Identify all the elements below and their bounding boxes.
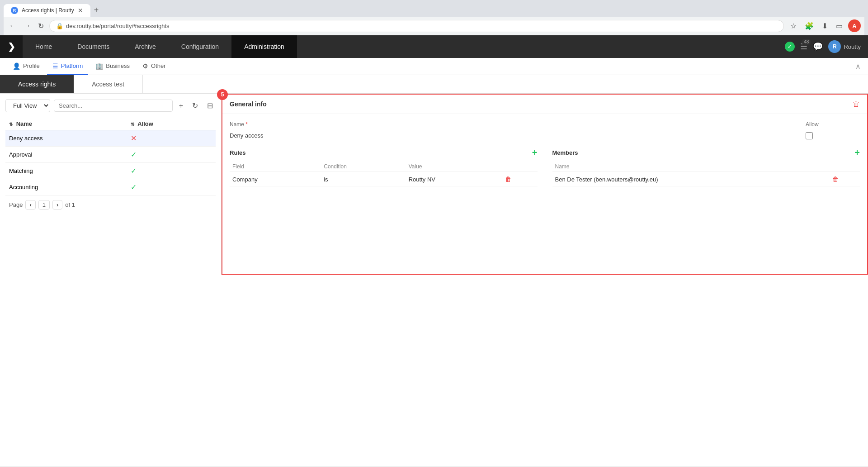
- member-name: Ben De Tester (ben.wouters@routty.eu): [552, 172, 830, 187]
- extensions-button[interactable]: 🧩: [802, 20, 816, 32]
- chat-button[interactable]: 💬: [813, 42, 823, 52]
- nav-user[interactable]: R Routty: [828, 40, 861, 53]
- name-label: Name *: [230, 121, 797, 128]
- page-label: Page: [9, 201, 23, 208]
- nav-item-documents[interactable]: Documents: [65, 35, 122, 58]
- nav-logo[interactable]: ❯: [0, 35, 23, 58]
- tab-access-test[interactable]: Access test: [74, 75, 143, 93]
- search-input[interactable]: [54, 100, 173, 112]
- bookmark-button[interactable]: ☆: [788, 20, 799, 32]
- filter-button[interactable]: ⊟: [204, 100, 216, 112]
- prev-page-button[interactable]: ‹: [25, 200, 35, 210]
- sub-nav-collapse-button[interactable]: ∧: [855, 62, 861, 71]
- allow-label: Allow: [806, 121, 860, 128]
- members-table: Name Ben De Tester (ben.wouters@routty.e…: [552, 162, 860, 187]
- nav-item-administration[interactable]: Administration: [231, 35, 297, 58]
- member-delete-button[interactable]: 🗑: [832, 176, 839, 183]
- app: ❯ Home Documents Archive Configuration A…: [0, 35, 868, 466]
- allow-checkbox-wrapper: [806, 129, 860, 142]
- nav-items: Home Documents Archive Configuration Adm…: [23, 35, 778, 58]
- col-header-allow[interactable]: ⇅ Allow: [127, 118, 216, 130]
- col-header-name[interactable]: ⇅ Name: [5, 118, 127, 130]
- sub-nav-label-other: Other: [151, 62, 166, 69]
- table-row[interactable]: Accounting ✓: [5, 179, 216, 195]
- row-name: Accounting: [5, 179, 127, 195]
- sub-nav-item-business[interactable]: 🏢 Business: [90, 58, 135, 75]
- sub-nav-item-platform[interactable]: ☰ Platform: [47, 58, 88, 75]
- content: Access rights Access test Full View + ↻ …: [0, 75, 868, 275]
- business-icon: 🏢: [95, 62, 103, 70]
- rules-header: Rules +: [230, 148, 538, 158]
- sort-allow-icon: ⇅: [131, 122, 134, 127]
- tab-close-button[interactable]: ✕: [78, 7, 83, 14]
- other-icon: ⚙: [142, 62, 148, 70]
- list-item: Company is Routty NV 🗑: [230, 172, 538, 187]
- notifications-button[interactable]: ☰ 48: [800, 42, 807, 52]
- left-toolbar: Full View + ↻ ⊟: [5, 99, 216, 112]
- profile-avatar-button[interactable]: A: [848, 19, 861, 32]
- panel-delete-button[interactable]: 🗑: [853, 100, 860, 108]
- rule-value: Routty NV: [406, 172, 502, 187]
- row-name: Deny access: [5, 130, 127, 147]
- add-rule-button[interactable]: +: [176, 100, 186, 112]
- nav-right: ✓ ☰ 48 💬 R Routty: [778, 40, 868, 53]
- rules-col-actions: [502, 162, 538, 172]
- refresh-button[interactable]: ↻: [36, 20, 46, 32]
- user-avatar: R: [828, 40, 841, 53]
- allow-check-icon: ✓: [131, 183, 137, 191]
- sub-nav-label-business: Business: [106, 62, 130, 69]
- browser-chrome: R Access rights | Routty ✕ + ← → ↻ 🔒 dev…: [0, 0, 868, 35]
- table-row[interactable]: Deny access ✕: [5, 130, 216, 147]
- view-select[interactable]: Full View: [5, 99, 50, 112]
- browser-actions: ☆ 🧩 ⬇ ▭ A: [788, 19, 861, 32]
- allow-check-icon: ✓: [131, 151, 137, 158]
- allow-check-icon: ✓: [131, 167, 137, 175]
- member-delete-cell: 🗑: [830, 172, 860, 187]
- row-name: Matching: [5, 163, 127, 179]
- browser-toolbar: ← → ↻ 🔒 dev.routty.be/portal/routty/#acc…: [4, 17, 864, 35]
- row-allow: ✓: [127, 163, 216, 179]
- next-page-button[interactable]: ›: [52, 200, 62, 210]
- add-rule-button[interactable]: +: [532, 148, 538, 158]
- new-tab-button[interactable]: +: [90, 4, 103, 17]
- allow-checkbox[interactable]: [806, 132, 813, 139]
- members-column: Members + Name: [545, 148, 860, 187]
- back-button[interactable]: ←: [7, 20, 18, 32]
- nav-item-archive[interactable]: Archive: [122, 35, 169, 58]
- notification-badge: 48: [802, 39, 811, 45]
- access-table: ⇅ Name ⇅ Allow Deny access ✕: [5, 118, 216, 195]
- nav-item-configuration[interactable]: Configuration: [169, 35, 231, 58]
- row-allow: ✓: [127, 179, 216, 195]
- name-value: Deny access: [230, 129, 797, 142]
- user-label: Routty: [844, 43, 861, 50]
- status-indicator: ✓: [785, 42, 795, 52]
- address-text: dev.routty.be/portal/routty/#accessright…: [66, 23, 170, 29]
- address-bar[interactable]: 🔒 dev.routty.be/portal/routty/#accessrig…: [49, 20, 784, 32]
- add-member-button[interactable]: +: [854, 148, 860, 158]
- tab-favicon: R: [11, 7, 18, 14]
- refresh-button[interactable]: ↻: [189, 100, 201, 112]
- browser-tabs: R Access rights | Routty ✕ +: [4, 4, 864, 17]
- rule-field: Company: [230, 172, 321, 187]
- tab-access-rights[interactable]: Access rights: [0, 75, 74, 93]
- rule-delete-cell: 🗑: [502, 172, 538, 187]
- pagination: Page ‹ 1 › of 1: [5, 195, 216, 214]
- download-button[interactable]: ⬇: [819, 20, 830, 32]
- tab-bar: Access rights Access test: [0, 75, 868, 94]
- sub-nav-item-other[interactable]: ⚙ Other: [137, 58, 171, 75]
- left-panel: Full View + ↻ ⊟ ⇅ Name: [0, 94, 222, 275]
- forward-button[interactable]: →: [22, 20, 33, 32]
- table-row[interactable]: Matching ✓: [5, 163, 216, 179]
- split-view-button[interactable]: ▭: [833, 20, 845, 32]
- rules-col-value: Value: [406, 162, 502, 172]
- total-pages: of 1: [65, 201, 75, 208]
- sub-nav-label-platform: Platform: [61, 62, 83, 69]
- nav-item-home[interactable]: Home: [23, 35, 65, 58]
- table-row[interactable]: Approval ✓: [5, 147, 216, 163]
- sub-nav-item-profile[interactable]: 👤 Profile: [7, 58, 45, 75]
- sub-nav: 👤 Profile ☰ Platform 🏢 Business ⚙ Other …: [0, 58, 868, 75]
- rule-delete-button[interactable]: 🗑: [505, 176, 511, 183]
- lock-icon: 🔒: [56, 23, 63, 29]
- panel-badge: 5: [217, 89, 228, 100]
- right-panel: 5 General info 🗑 Name *: [222, 94, 868, 275]
